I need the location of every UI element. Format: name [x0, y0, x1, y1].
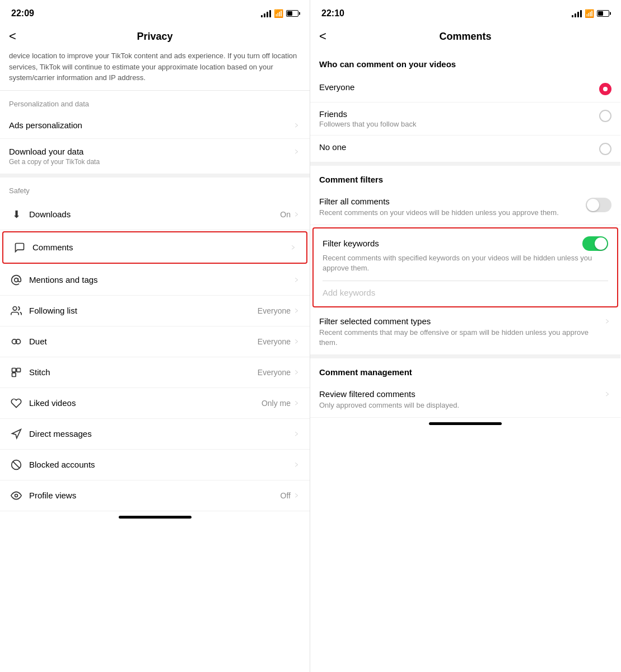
- section-safety: Safety: [0, 178, 310, 199]
- keywords-title: Filter keywords: [323, 239, 578, 248]
- svg-point-1: [13, 306, 17, 310]
- menu-item-comments[interactable]: Comments ﹥: [2, 231, 307, 264]
- chevron-icon: ﹥: [293, 209, 301, 220]
- battery-icon: [597, 10, 609, 17]
- comment-management-title: Comment management: [310, 355, 620, 382]
- back-button-left[interactable]: <: [9, 29, 16, 44]
- status-icons-left: 📶: [261, 9, 298, 18]
- wifi-icon: 📶: [585, 9, 594, 18]
- radio-btn-noone[interactable]: [599, 143, 611, 155]
- back-button-right[interactable]: <: [319, 29, 326, 44]
- chevron-icon: ﹥: [290, 242, 297, 253]
- section-personalization: Personalization and data: [0, 91, 310, 113]
- page-title-left: Privacy: [137, 31, 172, 43]
- filter-selected-item[interactable]: Filter selected comment types Recent com…: [310, 310, 620, 355]
- menu-item-profile[interactable]: Profile views Off ﹥: [0, 480, 310, 511]
- status-bar-left: 22:09 📶: [0, 0, 310, 25]
- intro-text: device location to improve your TikTok c…: [0, 50, 310, 91]
- filter-keywords-toggle[interactable]: [582, 236, 608, 251]
- chevron-icon: ﹥: [293, 275, 301, 285]
- filter-all-toggle[interactable]: [586, 198, 611, 212]
- chevron-icon: ﹥: [293, 491, 301, 501]
- radio-btn-everyone[interactable]: [599, 83, 611, 95]
- radio-everyone[interactable]: Everyone: [310, 76, 620, 102]
- svg-point-0: [15, 278, 18, 282]
- svg-rect-5: [17, 368, 21, 372]
- menu-item-download[interactable]: Download your data ﹥ Get a copy of your …: [0, 139, 310, 174]
- page-title-right: Comments: [439, 31, 491, 43]
- filter-keywords-box: Filter keywords Recent comments with spe…: [312, 227, 618, 307]
- home-indicator-right: [429, 422, 502, 425]
- privacy-panel: 22:09 📶 < Privacy device location to imp…: [0, 0, 310, 672]
- mention-icon: [9, 273, 24, 287]
- chevron-icon: ﹥: [293, 306, 301, 316]
- radio-noone[interactable]: No one: [310, 136, 620, 162]
- stitch-icon: [9, 365, 24, 380]
- menu-item-following[interactable]: Following list Everyone ﹥: [0, 296, 310, 326]
- svg-rect-4: [12, 368, 16, 372]
- menu-item-mentions[interactable]: Mentions and tags ﹥: [0, 265, 310, 296]
- nav-header-right: < Comments: [310, 25, 620, 50]
- profile-icon: [9, 488, 24, 503]
- menu-item-duet[interactable]: Duet Everyone ﹥: [0, 326, 310, 357]
- comment-filters-title: Comment filters: [310, 162, 620, 190]
- menu-item-dm[interactable]: Direct messages ﹥: [0, 419, 310, 450]
- chevron-icon: ﹥: [293, 147, 301, 157]
- chevron-icon: ﹥: [293, 337, 301, 347]
- comment-icon: [12, 240, 27, 255]
- filter-all-item: Filter all comments Recent comments on y…: [310, 190, 620, 225]
- who-can-comment-title: Who can comment on your videos: [310, 50, 620, 76]
- chevron-icon: ﹥: [293, 429, 301, 439]
- signal-icon: [572, 10, 582, 17]
- review-filtered-item[interactable]: Review filtered comments Only approved c…: [310, 382, 620, 418]
- menu-item-blocked[interactable]: Blocked accounts ﹥: [0, 450, 310, 480]
- wifi-icon: 📶: [274, 9, 283, 18]
- svg-point-10: [15, 494, 18, 497]
- comments-content: Who can comment on your videos Everyone …: [310, 50, 620, 672]
- duet-icon: [9, 334, 24, 349]
- svg-rect-6: [12, 372, 16, 376]
- liked-icon: [9, 396, 24, 410]
- menu-item-downloads[interactable]: ⬇ Downloads On ﹥: [0, 199, 310, 230]
- blocked-icon: [9, 458, 24, 472]
- radio-btn-friends[interactable]: [599, 110, 611, 122]
- privacy-content: device location to improve your TikTok c…: [0, 50, 310, 672]
- menu-item-stitch[interactable]: Stitch Everyone ﹥: [0, 357, 310, 388]
- chevron-icon: ﹥: [293, 398, 301, 408]
- chevron-icon: ﹥: [293, 120, 301, 130]
- svg-line-9: [13, 461, 20, 468]
- download-icon: ⬇: [9, 207, 24, 222]
- chevron-icon: ﹥: [293, 460, 301, 470]
- battery-icon: [286, 10, 298, 17]
- chevron-icon: ﹥: [293, 367, 301, 377]
- chevron-icon: ﹥: [604, 316, 611, 326]
- home-indicator: [119, 516, 192, 519]
- chevron-icon: ﹥: [604, 389, 611, 399]
- radio-friends[interactable]: Friends Followers that you follow back: [310, 102, 620, 136]
- dm-icon: [9, 427, 24, 441]
- menu-item-ads[interactable]: Ads personalization ﹥: [0, 113, 310, 139]
- status-icons-right: 📶: [572, 9, 609, 18]
- menu-item-liked[interactable]: Liked videos Only me ﹥: [0, 388, 310, 419]
- nav-header-left: < Privacy: [0, 25, 310, 50]
- comments-panel: 22:10 📶 < Comments Who can comment on yo…: [310, 0, 620, 672]
- time-right: 22:10: [321, 8, 344, 18]
- svg-marker-7: [12, 429, 21, 438]
- status-bar-right: 22:10 📶: [310, 0, 620, 25]
- signal-icon: [261, 10, 271, 17]
- download-subtitle: Get a copy of your TikTok data: [9, 158, 100, 166]
- keywords-input[interactable]: Add keywords: [323, 286, 608, 300]
- following-icon: [9, 304, 24, 318]
- keywords-subtitle: Recent comments with specified keywords …: [323, 253, 608, 273]
- time-left: 22:09: [11, 8, 34, 18]
